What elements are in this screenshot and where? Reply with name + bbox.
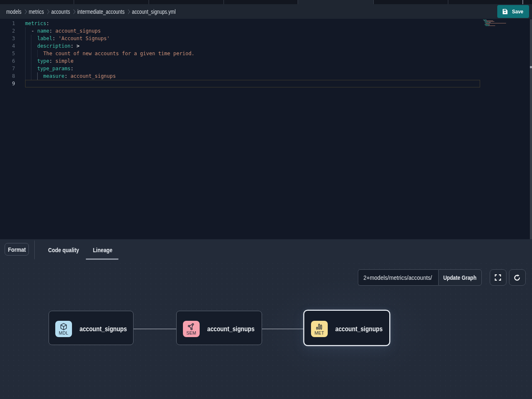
lineage-node-semantic[interactable]: SEM account_signups [176, 311, 262, 345]
line-number: 4 [0, 42, 15, 50]
node-label: account_signups [207, 325, 254, 333]
tab-divider [298, 0, 298, 4]
code-text: - name: account_signups [25, 27, 101, 35]
code-text: type: simple [25, 57, 74, 65]
lineage-edge [262, 329, 304, 329]
breadcrumb-separator-icon [23, 9, 27, 14]
line-number: 1 [0, 20, 15, 27]
indent-guide [37, 50, 38, 57]
breadcrumb-separator-icon [126, 9, 130, 14]
tab-divider [74, 0, 74, 4]
breadcrumb-separator-icon [72, 9, 76, 14]
model-badge: MDL [55, 321, 72, 337]
active-tab-underline [86, 258, 118, 259]
indent-guide [25, 65, 26, 72]
tab-divider [448, 0, 448, 4]
line-number: 7 [0, 65, 15, 72]
breadcrumb-item[interactable]: models [6, 8, 21, 15]
indent-guide [31, 72, 31, 80]
save-label: Save [512, 8, 523, 15]
fullscreen-icon [495, 274, 501, 281]
format-label: Format [8, 246, 26, 253]
line-number: 3 [0, 35, 15, 42]
lineage-edge [134, 329, 176, 329]
semantic-badge: SEM [183, 321, 200, 337]
lineage-node-metric-selected[interactable]: MET account_signups [304, 311, 389, 345]
indent-guide [31, 35, 31, 42]
indent-guide [25, 72, 26, 80]
tab-divider [373, 0, 374, 4]
code-line[interactable]: 6 type: simple [0, 57, 532, 65]
badge-label: SEM [186, 331, 196, 335]
indent-guide [25, 42, 26, 50]
indent-guide [25, 57, 26, 65]
toolbar-divider [34, 240, 35, 259]
breadcrumb-item[interactable]: intermediate_accounts [77, 8, 125, 15]
tab-code-quality[interactable]: Code quality [41, 239, 86, 260]
indent-guide [31, 50, 31, 57]
tab-divider [224, 0, 224, 4]
code-line[interactable]: 4 description: > [0, 42, 532, 50]
code-text: measure: account_signups [25, 72, 116, 80]
indent-guide [31, 65, 31, 72]
code-text: type_params: [25, 65, 74, 72]
code-line[interactable]: 5 The count of new accounts for a given … [0, 50, 532, 57]
line-number: 6 [0, 57, 15, 65]
tab-lineage[interactable]: Lineage [86, 239, 119, 260]
refresh-icon [514, 274, 520, 281]
cube-icon [59, 322, 68, 331]
save-button[interactable]: Save [497, 5, 529, 18]
code-text: label: 'Account Signups' [25, 35, 110, 42]
update-graph-label: Update Graph [443, 274, 476, 281]
breadcrumb: modelsmetricsaccountsintermediate_accoun… [6, 4, 176, 19]
bottom-toolbar: Format Code quality Lineage [0, 239, 532, 262]
update-graph-button[interactable]: Update Graph [438, 269, 482, 286]
lineage-node-model[interactable]: MDL account_signups [49, 311, 134, 345]
tab-bar [0, 0, 532, 4]
code-text: The count of new accounts for a given ti… [25, 50, 195, 57]
line-number: 2 [0, 27, 15, 35]
code-line[interactable]: 1metrics: [0, 20, 532, 27]
breadcrumb-item[interactable]: accounts [51, 8, 70, 15]
lineage-canvas[interactable]: MDL account_signups SEM account_signups [0, 262, 532, 399]
code-line[interactable]: 3 label: 'Account Signups' [0, 35, 532, 42]
code-line[interactable]: 2 - name: account_signups [0, 27, 532, 35]
line-number: 9 [0, 80, 15, 87]
tab-divider-bright [522, 0, 523, 4]
indent-guide [31, 42, 31, 50]
lineage-controls: Update Graph [358, 269, 526, 286]
breadcrumb-bar: modelsmetricsaccountsintermediate_accoun… [0, 4, 532, 19]
breadcrumb-item[interactable]: metrics [29, 8, 44, 15]
code-editor[interactable]: 1metrics:2 - name: account_signups3 labe… [0, 19, 532, 239]
fullscreen-button[interactable] [490, 269, 506, 286]
network-icon [187, 322, 195, 331]
format-button[interactable]: Format [5, 243, 29, 256]
indent-guide [25, 50, 26, 57]
code-line[interactable]: 7 type_params: [0, 65, 532, 72]
badge-label: MDL [59, 331, 69, 335]
code-line[interactable]: 8 measure: account_signups [0, 72, 532, 80]
indent-guide [31, 57, 31, 65]
line-number: 8 [0, 72, 15, 80]
node-label: account_signups [80, 325, 127, 333]
breadcrumb-item[interactable]: account_signups.yml [132, 8, 176, 15]
tab-label: Code quality [49, 246, 80, 253]
metric-badge: MET [311, 321, 328, 337]
code-text: description: > [25, 42, 80, 50]
indent-guide [25, 27, 26, 35]
bottom-panel: Format Code quality Lineage MDL account_… [0, 239, 532, 399]
bar-chart-icon [315, 322, 324, 331]
indent-guide [37, 72, 38, 80]
refresh-button[interactable] [509, 269, 526, 286]
floppy-disk-icon [502, 8, 508, 15]
code-text: metrics: [25, 20, 49, 27]
node-label: account_signups [335, 325, 383, 333]
tab-divider [149, 0, 149, 4]
line-number: 5 [0, 50, 15, 57]
tab-label: Lineage [93, 246, 112, 253]
lineage-filter-input[interactable] [358, 269, 438, 286]
badge-label: MET [315, 331, 324, 335]
code-line[interactable]: 9 [0, 80, 532, 87]
breadcrumb-separator-icon [46, 9, 49, 14]
active-tab[interactable] [298, 0, 373, 4]
